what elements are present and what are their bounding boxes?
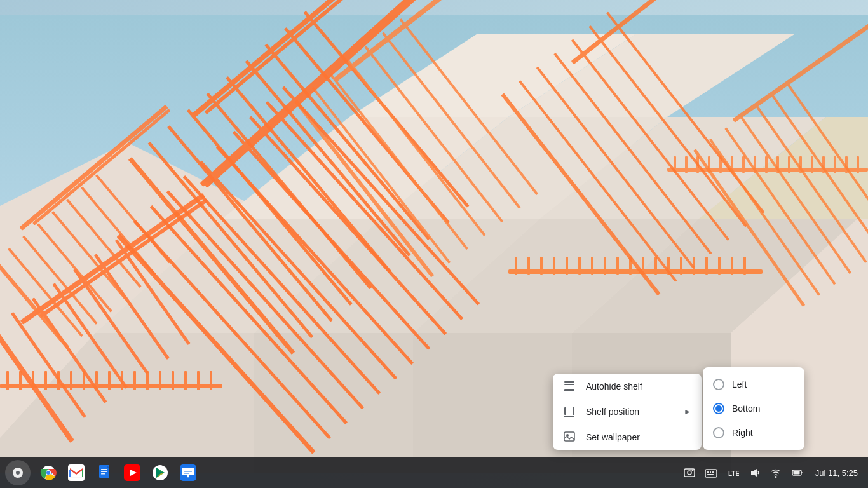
svg-rect-92: [743, 257, 746, 274]
position-left-radio[interactable]: [713, 379, 724, 390]
svg-rect-74: [515, 257, 517, 274]
svg-rect-81: [604, 257, 606, 274]
svg-point-153: [46, 471, 50, 475]
svg-point-169: [691, 470, 693, 471]
autohide-label: Autohide shelf: [586, 381, 691, 391]
svg-rect-157: [101, 469, 107, 470]
gmail-app-icon[interactable]: [64, 460, 89, 485]
position-bottom-radio[interactable]: [713, 403, 724, 414]
radio-selected-dot: [715, 405, 722, 412]
clock-display[interactable]: Jul 11, 5:25: [810, 466, 863, 480]
svg-rect-67: [146, 371, 149, 390]
play-store-app-icon[interactable]: [147, 460, 173, 485]
svg-rect-90: [718, 257, 721, 274]
battery-tray-icon[interactable]: [789, 464, 806, 482]
submenu-arrow: ►: [684, 407, 691, 416]
svg-rect-73: [508, 269, 763, 274]
svg-rect-75: [527, 257, 530, 274]
svg-rect-171: [707, 471, 709, 473]
svg-rect-100: [742, 156, 745, 173]
messages-app-icon[interactable]: [175, 460, 201, 485]
position-left-label: Left: [732, 379, 747, 390]
svg-rect-60: [57, 371, 60, 390]
svg-point-168: [688, 471, 691, 475]
svg-rect-173: [712, 471, 714, 473]
docs-app-icon[interactable]: [92, 460, 117, 485]
svg-rect-82: [616, 257, 619, 274]
shelf-left-area: [5, 460, 201, 485]
svg-rect-66: [133, 371, 136, 390]
context-menu: Autohide shelf Shelf position ► Set wall…: [553, 374, 702, 450]
screenshot-tray-icon[interactable]: [681, 464, 698, 482]
set-wallpaper-icon: [563, 431, 576, 444]
svg-marker-10: [413, 333, 572, 473]
svg-rect-158: [101, 471, 107, 473]
svg-rect-71: [197, 371, 200, 390]
position-right-label: Right: [732, 428, 753, 438]
shelf-position-label: Shelf position: [586, 407, 674, 417]
svg-rect-166: [184, 473, 189, 474]
svg-text:LTE: LTE: [728, 470, 739, 477]
launcher-button[interactable]: [5, 460, 31, 485]
svg-rect-95: [685, 156, 688, 173]
svg-rect-142: [564, 384, 574, 385]
svg-rect-110: [857, 156, 859, 173]
shelf-position-submenu: Left Bottom Right: [703, 367, 804, 450]
svg-rect-143: [564, 416, 574, 417]
svg-rect-62: [83, 371, 85, 390]
shelf-position-icon: [563, 405, 576, 418]
svg-rect-159: [101, 473, 105, 475]
system-tray: LTE: [681, 464, 863, 482]
set-wallpaper-item[interactable]: Set wallpaper: [553, 424, 702, 450]
autohide-shelf-item[interactable]: Autohide shelf: [553, 374, 702, 399]
svg-rect-70: [184, 371, 187, 390]
svg-rect-87: [680, 257, 682, 274]
svg-rect-77: [553, 257, 555, 274]
svg-rect-144: [564, 407, 566, 415]
svg-marker-6: [254, 333, 413, 473]
svg-rect-72: [210, 371, 212, 390]
shelf-position-item[interactable]: Shelf position ►: [553, 399, 702, 424]
youtube-app-icon[interactable]: [119, 460, 145, 485]
shelf: LTE: [0, 458, 868, 488]
svg-rect-170: [705, 470, 717, 477]
set-wallpaper-label: Set wallpaper: [586, 432, 691, 442]
svg-rect-63: [95, 371, 98, 390]
chrome-app-icon[interactable]: [36, 460, 61, 485]
svg-rect-76: [540, 257, 543, 274]
svg-rect-68: [159, 371, 161, 390]
svg-rect-79: [578, 257, 581, 274]
svg-rect-89: [705, 257, 708, 274]
svg-rect-165: [184, 471, 192, 472]
clock-time: Jul 11, 5:25: [815, 468, 858, 478]
svg-rect-104: [788, 156, 790, 173]
svg-rect-106: [811, 156, 813, 173]
svg-rect-78: [566, 257, 568, 274]
svg-rect-57: [19, 371, 22, 390]
svg-rect-172: [710, 471, 711, 473]
position-right-radio[interactable]: [713, 427, 724, 438]
position-bottom-item[interactable]: Bottom: [703, 396, 804, 421]
svg-rect-91: [731, 257, 733, 274]
wifi-tray-icon[interactable]: [767, 464, 785, 482]
svg-rect-65: [121, 371, 123, 390]
svg-rect-59: [44, 371, 47, 390]
network-tray-icon[interactable]: LTE: [724, 464, 742, 482]
svg-rect-108: [834, 156, 836, 173]
svg-rect-61: [70, 371, 72, 390]
svg-rect-179: [793, 471, 799, 475]
svg-rect-140: [564, 389, 574, 391]
volume-tray-icon[interactable]: [745, 464, 763, 482]
svg-rect-56: [6, 371, 9, 390]
svg-rect-69: [172, 371, 174, 390]
svg-point-176: [775, 476, 776, 478]
position-left-item[interactable]: Left: [703, 372, 804, 396]
position-right-item[interactable]: Right: [703, 421, 804, 445]
svg-point-149: [16, 471, 20, 475]
input-tray-icon[interactable]: [702, 464, 720, 482]
svg-rect-80: [591, 257, 593, 274]
position-bottom-label: Bottom: [732, 403, 760, 414]
svg-rect-58: [32, 371, 34, 390]
svg-rect-145: [573, 407, 574, 415]
svg-rect-102: [765, 156, 768, 173]
